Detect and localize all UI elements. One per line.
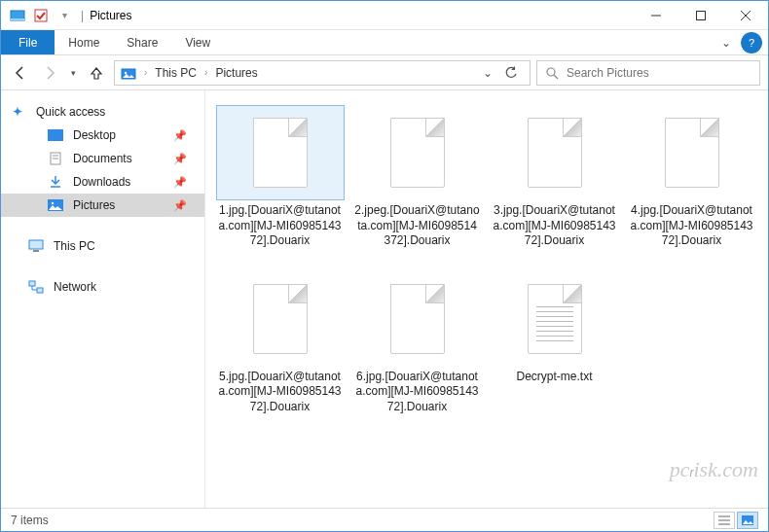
pin-icon: 📌 xyxy=(173,176,187,189)
address-bar[interactable]: › This PC › Pictures ⌄ xyxy=(114,60,531,86)
svg-point-9 xyxy=(547,68,555,76)
pictures-icon xyxy=(48,197,63,213)
back-button[interactable] xyxy=(9,61,32,85)
text-file-icon xyxy=(528,284,582,354)
file-thumbnail xyxy=(492,272,618,366)
sidebar-item-pictures[interactable]: Pictures 📌 xyxy=(1,194,204,217)
desktop-icon xyxy=(48,127,63,143)
file-label: 1.jpg.[DouariX@tutanota.com][MJ-MI609851… xyxy=(215,203,345,249)
sidebar-this-pc[interactable]: This PC xyxy=(1,234,204,258)
close-button[interactable] xyxy=(723,1,768,30)
file-label: 5.jpg.[DouariX@tutanota.com][MJ-MI609851… xyxy=(215,370,345,415)
file-label: 2.jpeg.[DouariX@tutanota.com][MJ-MI60985… xyxy=(352,203,482,249)
navigation-pane: ✦ Quick access Desktop 📌 Documents 📌 Dow… xyxy=(1,90,205,508)
file-item[interactable]: 6.jpg.[DouariX@tutanota.com][MJ-MI609851… xyxy=(352,272,482,415)
pin-icon: 📌 xyxy=(173,129,187,142)
navigation-bar: ▾ › This PC › Pictures ⌄ xyxy=(1,55,768,90)
network-icon xyxy=(28,279,44,295)
sidebar-network[interactable]: Network xyxy=(1,275,204,299)
file-label: 6.jpg.[DouariX@tutanota.com][MJ-MI609851… xyxy=(352,370,482,415)
ribbon: File Home Share View ⌄ ? xyxy=(1,30,768,55)
computer-icon xyxy=(28,238,44,254)
properties-icon[interactable] xyxy=(30,5,52,26)
file-item[interactable]: 1.jpg.[DouariX@tutanota.com][MJ-MI609851… xyxy=(215,106,345,249)
downloads-icon xyxy=(48,174,63,190)
files-grid: 1.jpg.[DouariX@tutanota.com][MJ-MI609851… xyxy=(215,106,758,415)
sidebar-item-downloads[interactable]: Downloads 📌 xyxy=(1,170,204,194)
svg-point-17 xyxy=(52,202,54,204)
pin-icon: 📌 xyxy=(173,153,187,165)
quick-access-label: Quick access xyxy=(36,105,105,119)
content-pane[interactable]: 1.jpg.[DouariX@tutanota.com][MJ-MI609851… xyxy=(205,90,768,508)
status-bar: 7 items xyxy=(1,508,768,531)
file-label: Decrypt-me.txt xyxy=(514,370,594,385)
status-item-count: 7 items xyxy=(11,514,49,527)
sidebar-item-documents[interactable]: Documents 📌 xyxy=(1,147,204,170)
help-icon[interactable]: ? xyxy=(741,32,762,53)
file-item[interactable]: 5.jpg.[DouariX@tutanota.com][MJ-MI609851… xyxy=(215,272,345,415)
title-separator: | xyxy=(81,9,84,22)
svg-rect-1 xyxy=(11,18,24,20)
file-item[interactable]: Decrypt-me.txt xyxy=(490,272,619,415)
file-thumbnail xyxy=(217,106,344,199)
search-box[interactable] xyxy=(536,60,760,86)
maximize-button[interactable] xyxy=(678,1,723,30)
address-dropdown-icon[interactable]: ⌄ xyxy=(483,66,493,80)
watermark: pcrisk.com xyxy=(670,457,758,482)
up-button[interactable] xyxy=(85,61,108,85)
file-thumbnail xyxy=(629,106,755,199)
thumbnails-view-button[interactable] xyxy=(737,512,758,529)
refresh-icon[interactable] xyxy=(504,66,518,80)
search-icon xyxy=(545,66,559,80)
breadcrumb-pictures[interactable]: Pictures xyxy=(215,66,257,80)
generic-file-icon xyxy=(665,118,719,188)
network-label: Network xyxy=(54,280,96,294)
file-item[interactable]: 3.jpg.[DouariX@tutanota.com][MJ-MI609851… xyxy=(490,106,619,249)
details-view-button[interactable] xyxy=(714,512,735,529)
explorer-icon xyxy=(7,5,28,26)
tab-file[interactable]: File xyxy=(1,30,55,54)
this-pc-label: This PC xyxy=(54,239,95,253)
pin-icon: 📌 xyxy=(173,199,187,212)
search-input[interactable] xyxy=(567,66,751,80)
file-label: 4.jpg.[DouariX@tutanota.com][MJ-MI609851… xyxy=(627,203,756,249)
svg-rect-4 xyxy=(697,11,706,19)
tab-home[interactable]: Home xyxy=(55,30,113,54)
svg-rect-20 xyxy=(29,281,35,286)
file-thumbnail xyxy=(217,272,344,366)
file-item[interactable]: 2.jpeg.[DouariX@tutanota.com][MJ-MI60985… xyxy=(352,106,482,249)
svg-point-8 xyxy=(125,71,127,73)
recent-dropdown-icon[interactable]: ▾ xyxy=(67,61,79,85)
tab-share[interactable]: Share xyxy=(113,30,171,54)
forward-button[interactable] xyxy=(38,61,61,85)
chevron-right-icon[interactable]: › xyxy=(204,67,207,78)
file-thumbnail xyxy=(492,106,618,199)
breadcrumb-this-pc[interactable]: This PC xyxy=(155,66,197,80)
generic-file-icon xyxy=(253,284,308,354)
documents-icon xyxy=(48,151,63,166)
file-thumbnail xyxy=(354,106,481,199)
svg-rect-19 xyxy=(33,250,39,252)
qat-dropdown-icon[interactable]: ▾ xyxy=(54,5,75,26)
svg-rect-2 xyxy=(35,10,47,21)
sidebar-item-desktop[interactable]: Desktop 📌 xyxy=(1,124,204,147)
generic-file-icon xyxy=(390,284,445,354)
svg-rect-11 xyxy=(48,129,63,141)
sidebar-quick-access[interactable]: ✦ Quick access xyxy=(1,100,204,124)
quick-access-icon: ✦ xyxy=(13,105,22,119)
file-item[interactable]: 4.jpg.[DouariX@tutanota.com][MJ-MI609851… xyxy=(627,106,756,249)
chevron-right-icon[interactable]: › xyxy=(144,67,147,78)
tab-view[interactable]: View xyxy=(171,30,224,54)
expand-ribbon-icon[interactable]: ⌄ xyxy=(715,32,737,53)
generic-file-icon xyxy=(528,118,582,188)
svg-line-10 xyxy=(554,75,558,79)
desktop-label: Desktop xyxy=(73,128,116,142)
minimize-button[interactable] xyxy=(634,1,678,30)
generic-file-icon xyxy=(253,118,308,188)
title-bar: ▾ | Pictures xyxy=(1,1,768,30)
window-controls xyxy=(634,1,768,30)
pictures-label: Pictures xyxy=(73,198,115,212)
svg-rect-21 xyxy=(37,288,43,293)
file-thumbnail xyxy=(354,272,481,366)
documents-label: Documents xyxy=(73,152,132,165)
